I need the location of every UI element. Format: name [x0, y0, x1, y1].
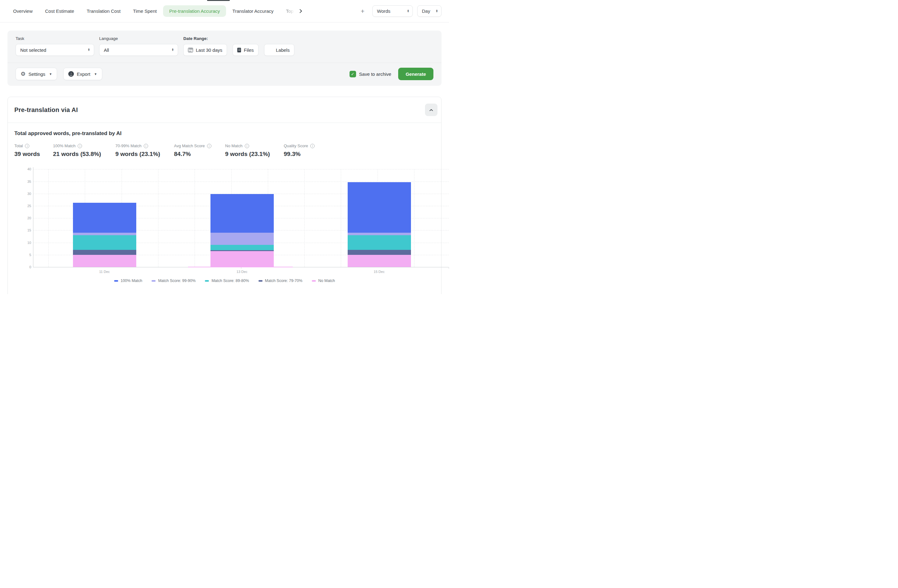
y-axis-tick-label: 10: [21, 241, 31, 245]
legend-label: Match Score: 79-70%: [265, 279, 303, 283]
legend-marker-icon: [258, 280, 263, 282]
legend-item[interactable]: Match Score: 99-90%: [152, 279, 195, 283]
period-select[interactable]: Day ▲▼: [417, 5, 441, 17]
download-icon: ↓: [68, 71, 74, 77]
unit-select[interactable]: Words ▲▼: [372, 5, 413, 17]
generate-button[interactable]: Generate: [398, 68, 434, 80]
y-axis-tick-label: 0: [21, 265, 31, 269]
tab-translator-accuracy[interactable]: Translator Accuracy: [226, 5, 280, 17]
legend-label: Match Score: 99-90%: [158, 279, 195, 283]
top-edge-strip: [207, 0, 230, 1]
y-axis-tick-label: 25: [21, 204, 31, 208]
legend-label: No Match: [318, 279, 335, 283]
legend-item[interactable]: 100% Match: [114, 279, 142, 283]
bar-segment[interactable]: [348, 182, 411, 233]
card-body: Total approved words, pre-translated by …: [8, 123, 441, 289]
tab-overview[interactable]: Overview: [7, 5, 39, 17]
y-axis-tick-label: 40: [21, 167, 31, 171]
info-icon[interactable]: i: [207, 144, 211, 148]
export-button[interactable]: ↓ Export ▼: [63, 68, 102, 80]
bar-segment[interactable]: [348, 233, 411, 235]
add-report-button[interactable]: +: [357, 6, 368, 17]
stat-value: 84.7%: [174, 151, 225, 157]
labels-filter-button[interactable]: Labels: [264, 44, 294, 56]
info-icon[interactable]: i: [144, 144, 148, 148]
bar-segment[interactable]: [211, 251, 274, 267]
date-range-filter: Date Range: Last 30 days Files Labels: [183, 36, 294, 56]
y-axis-tick-label: 30: [21, 192, 31, 195]
pre-translation-report-card: Pre-translation via AI Total approved wo…: [8, 97, 441, 294]
language-select[interactable]: All ▲▼: [99, 44, 178, 56]
bar-segment[interactable]: [348, 235, 411, 250]
legend-marker-icon: [312, 280, 316, 282]
bar-segment[interactable]: [73, 255, 136, 267]
files-button-label: Files: [244, 48, 254, 53]
tab-cost-estimate[interactable]: Cost Estimate: [39, 5, 80, 17]
bar-segment[interactable]: [73, 235, 136, 250]
x-axis-tick-label: 15 Dec: [367, 270, 392, 274]
language-select-value: All: [104, 48, 109, 53]
unit-select-value: Words: [377, 8, 391, 14]
bar-segment[interactable]: [73, 233, 136, 235]
y-axis-tick-label: 5: [21, 253, 31, 257]
task-select[interactable]: Not selected ▲▼: [15, 44, 94, 56]
stat-block: 100% Matchi21 words (53.8%): [53, 143, 115, 157]
stat-label: 70-99% Match: [115, 143, 141, 148]
axis-tick-mark: [449, 267, 449, 269]
y-gridline: [33, 169, 449, 169]
date-range-value: Last 30 days: [196, 48, 222, 53]
tab-pre-translation-accuracy[interactable]: Pre-translation Accuracy: [163, 5, 226, 17]
bar-segment[interactable]: [348, 255, 411, 267]
stat-value: 9 words (23.1%): [225, 151, 284, 157]
x-gridline: [48, 169, 49, 267]
bar-segment[interactable]: [348, 250, 411, 255]
legend-item[interactable]: Match Score: 89-80%: [205, 279, 249, 283]
bar-segment[interactable]: [211, 245, 274, 250]
plus-icon: +: [361, 8, 364, 14]
settings-button[interactable]: ⚙ Settings ▼: [15, 68, 57, 80]
stats-row: Totali39 words100% Matchi21 words (53.8%…: [14, 143, 435, 157]
gear-icon: ⚙: [21, 71, 26, 77]
file-icon: [237, 48, 241, 52]
info-icon[interactable]: i: [78, 144, 82, 148]
info-icon[interactable]: i: [245, 144, 249, 148]
stat-block: Totali39 words: [14, 143, 53, 157]
info-icon[interactable]: i: [310, 144, 315, 148]
x-gridline: [414, 169, 414, 267]
bar-segment[interactable]: [73, 250, 136, 255]
stacked-bar-chart: 051015202530354011 Dec13 Dec15 Dec100% M…: [14, 157, 435, 289]
tab-top-truncated[interactable]: Top: [280, 5, 295, 17]
date-filter-buttons: Last 30 days Files Labels: [183, 44, 294, 56]
report-tab-bar: Overview Cost Estimate Translation Cost …: [0, 0, 449, 23]
collapse-card-button[interactable]: [425, 103, 437, 116]
export-button-label: Export: [77, 71, 90, 77]
task-label: Task: [15, 36, 99, 41]
bar-segment[interactable]: [211, 233, 274, 245]
legend-item[interactable]: Match Score: 79-70%: [258, 279, 303, 283]
period-select-value: Day: [422, 8, 430, 14]
tab-time-spent[interactable]: Time Spent: [127, 5, 163, 17]
info-icon[interactable]: i: [25, 144, 29, 148]
bar-segment[interactable]: [211, 194, 274, 233]
date-range-label: Date Range:: [183, 36, 294, 41]
checkbox-check-icon: ✓: [349, 71, 356, 77]
caret-down-icon: ▼: [49, 72, 52, 76]
section-title: Total approved words, pre-translated by …: [14, 130, 435, 137]
save-to-archive-checkbox[interactable]: ✓ Save to archive: [349, 71, 391, 77]
bar-segment[interactable]: [211, 250, 274, 251]
legend-marker-icon: [114, 280, 118, 282]
language-label: Language: [99, 36, 183, 41]
date-range-button[interactable]: Last 30 days: [183, 44, 227, 56]
card-header: Pre-translation via AI: [8, 97, 441, 123]
files-filter-button[interactable]: Files: [232, 44, 258, 56]
tabs-scroll-right-button[interactable]: [295, 6, 306, 17]
filters-row: Task Not selected ▲▼ Language All ▲▼ Dat…: [8, 31, 441, 63]
y-gridline: [33, 182, 449, 182]
x-axis-tick-label: 11 Dec: [92, 270, 117, 274]
legend-item[interactable]: No Match: [312, 279, 335, 283]
tab-translation-cost[interactable]: Translation Cost: [80, 5, 127, 17]
stepper-icon: ▲▼: [172, 48, 174, 51]
stat-block: 70-99% Matchi9 words (23.1%): [115, 143, 174, 157]
stepper-icon: ▲▼: [435, 10, 438, 13]
bar-segment[interactable]: [73, 203, 136, 233]
